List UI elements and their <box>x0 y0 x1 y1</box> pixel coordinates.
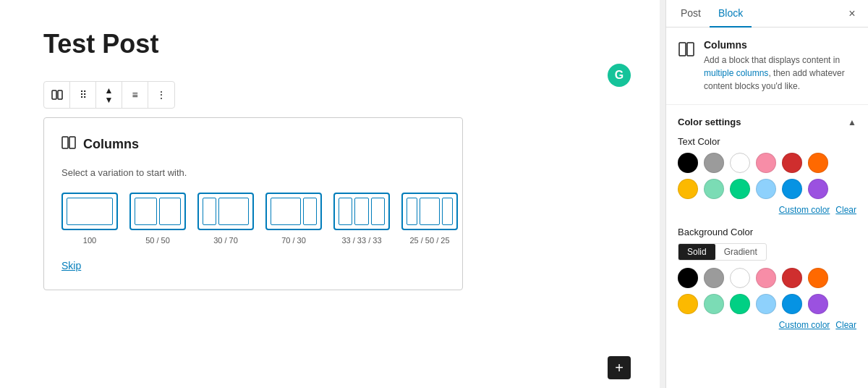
bg-color-black[interactable] <box>678 268 698 288</box>
bg-color-pink[interactable] <box>756 268 776 288</box>
tab-block[interactable]: Block <box>710 0 752 28</box>
block-info-text: Columns Add a block that displays conten… <box>704 39 856 93</box>
variation-label-3070: 30 / 70 <box>213 236 238 245</box>
svg-rect-4 <box>679 43 686 56</box>
block-info-title: Columns <box>704 39 856 51</box>
skip-button[interactable]: Skip <box>61 260 81 271</box>
columns-block: Columns Select a variation to start with… <box>43 117 463 290</box>
drag-handle-btn[interactable]: ⠿ <box>70 82 96 108</box>
variation-7030[interactable]: 70 / 30 <box>265 193 322 245</box>
col-seg <box>135 198 157 225</box>
bg-color-row-2 <box>678 294 856 314</box>
bg-clear-btn[interactable]: Clear <box>835 320 856 330</box>
text-color-row-1 <box>678 153 856 173</box>
variation-333333[interactable]: 33 / 33 / 33 <box>333 193 390 245</box>
svg-rect-0 <box>52 90 56 99</box>
col-seg <box>271 198 301 225</box>
block-info: Columns Add a block that displays conten… <box>666 28 868 105</box>
variation-box-7030 <box>265 193 322 230</box>
variation-box-100 <box>61 193 118 230</box>
bg-color-label: Background Color <box>678 227 856 237</box>
variation-5050[interactable]: 50 / 50 <box>129 193 186 245</box>
variation-label-5050: 50 / 50 <box>145 236 170 245</box>
scrollbar[interactable] <box>660 0 665 388</box>
variation-box-333333 <box>333 193 390 230</box>
sidebar: Post Block × Columns Add a block that di… <box>665 0 868 388</box>
sidebar-tabs: Post Block × <box>666 0 868 28</box>
bg-color-blue[interactable] <box>782 294 802 314</box>
text-color-label: Text Color <box>678 136 856 147</box>
variation-label-100: 100 <box>83 236 96 245</box>
color-purple[interactable] <box>808 179 828 199</box>
col-seg <box>420 198 440 225</box>
bg-tab-gradient[interactable]: Gradient <box>715 244 766 260</box>
add-block-button[interactable]: + <box>608 356 631 379</box>
color-white[interactable] <box>730 153 750 173</box>
color-gray[interactable] <box>704 153 724 173</box>
chevron-up-icon[interactable]: ▲ <box>848 117 856 127</box>
color-settings-header: Color settings ▲ <box>678 117 856 127</box>
bg-color-red[interactable] <box>782 268 802 288</box>
post-title: Test Post <box>43 29 616 59</box>
text-color-actions: Custom color Clear <box>678 205 856 215</box>
columns-block-title: Columns <box>83 137 139 152</box>
color-sky[interactable] <box>756 179 776 199</box>
column-variations: 100 50 / 50 30 / 70 <box>61 193 445 245</box>
color-black[interactable] <box>678 153 698 173</box>
bg-color-actions: Custom color Clear <box>678 320 856 330</box>
bg-color-gray[interactable] <box>704 268 724 288</box>
bg-color-orange[interactable] <box>808 268 828 288</box>
variation-100[interactable]: 100 <box>61 193 118 245</box>
text-custom-color-btn[interactable]: Custom color <box>779 205 830 215</box>
bg-tab-solid[interactable]: Solid <box>678 244 715 260</box>
col-seg <box>218 198 249 225</box>
sidebar-close-button[interactable]: × <box>842 4 862 24</box>
col-seg <box>371 198 385 225</box>
col-seg <box>442 198 453 225</box>
columns-header: Columns <box>61 135 445 153</box>
variation-3070[interactable]: 30 / 70 <box>197 193 254 245</box>
variation-label-7030: 70 / 30 <box>281 236 306 245</box>
more-options-btn[interactable]: ⋮ <box>148 82 174 108</box>
color-green[interactable] <box>730 179 750 199</box>
bg-color-row-1 <box>678 268 856 288</box>
color-pink[interactable] <box>756 153 776 173</box>
columns-block-icon <box>61 135 76 153</box>
color-settings-title: Color settings <box>678 117 741 127</box>
bg-color-sky[interactable] <box>756 294 776 314</box>
col-seg <box>407 198 417 225</box>
col-seg <box>303 198 317 225</box>
svg-rect-5 <box>687 43 694 56</box>
move-updown-btn[interactable]: ▲ ▼ <box>96 82 122 108</box>
text-clear-btn[interactable]: Clear <box>835 205 856 215</box>
color-blue[interactable] <box>782 179 802 199</box>
col-seg <box>354 198 368 225</box>
variation-box-5050 <box>129 193 186 230</box>
bg-color-yellow[interactable] <box>678 294 698 314</box>
svg-rect-2 <box>62 137 68 148</box>
align-btn[interactable]: ≡ <box>122 82 148 108</box>
variation-255025[interactable]: 25 / 50 / 25 <box>401 193 458 245</box>
color-red[interactable] <box>782 153 802 173</box>
bg-color-purple[interactable] <box>808 294 828 314</box>
col-seg <box>67 198 113 225</box>
columns-type-btn[interactable] <box>44 82 70 108</box>
bg-color-white[interactable] <box>730 268 750 288</box>
block-toolbar: ⠿ ▲ ▼ ≡ ⋮ <box>43 81 175 109</box>
block-info-icon <box>678 41 695 93</box>
block-info-description: Add a block that displays content in mul… <box>704 54 856 93</box>
svg-rect-1 <box>58 90 62 99</box>
col-seg <box>339 198 352 225</box>
tab-post[interactable]: Post <box>672 0 710 28</box>
color-mint[interactable] <box>704 179 724 199</box>
grammarly-icon: G <box>608 64 631 87</box>
bg-color-green[interactable] <box>730 294 750 314</box>
color-yellow[interactable] <box>678 179 698 199</box>
bg-custom-color-btn[interactable]: Custom color <box>779 320 830 330</box>
editor-area: Test Post G ⠿ ▲ ▼ ≡ ⋮ <box>0 0 660 388</box>
svg-rect-3 <box>69 137 75 148</box>
bg-color-mint[interactable] <box>704 294 724 314</box>
color-orange[interactable] <box>808 153 828 173</box>
col-seg <box>203 198 216 225</box>
variation-box-3070 <box>197 193 254 230</box>
